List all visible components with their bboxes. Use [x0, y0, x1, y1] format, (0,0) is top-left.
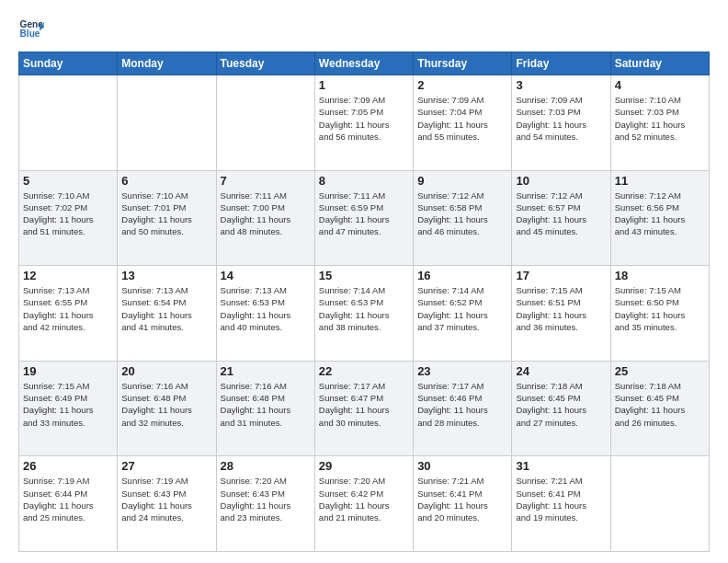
day-number: 18: [615, 269, 705, 282]
day-info: Sunrise: 7:13 AM Sunset: 6:55 PM Dayligh…: [23, 284, 113, 333]
day-number: 6: [121, 174, 211, 188]
day-number: 16: [417, 269, 507, 282]
day-info: Sunrise: 7:10 AM Sunset: 7:02 PM Dayligh…: [23, 190, 113, 238]
calendar-cell: 11Sunrise: 7:12 AM Sunset: 6:56 PM Dayli…: [610, 170, 709, 266]
weekday-header-saturday: Saturday: [610, 52, 709, 75]
day-number: 27: [121, 459, 211, 473]
day-number: 30: [417, 459, 507, 473]
day-number: 4: [615, 78, 705, 92]
calendar-cell: 1Sunrise: 7:09 AM Sunset: 7:05 PM Daylig…: [314, 75, 413, 171]
day-number: 23: [417, 364, 507, 378]
calendar-cell: 19Sunrise: 7:15 AM Sunset: 6:49 PM Dayli…: [19, 361, 118, 456]
calendar-cell: 20Sunrise: 7:16 AM Sunset: 6:48 PM Dayli…: [118, 361, 216, 456]
calendar-cell: 10Sunrise: 7:12 AM Sunset: 6:57 PM Dayli…: [512, 170, 610, 266]
day-number: 10: [516, 174, 606, 188]
calendar-cell: 5Sunrise: 7:10 AM Sunset: 7:02 PM Daylig…: [19, 170, 118, 266]
day-info: Sunrise: 7:12 AM Sunset: 6:56 PM Dayligh…: [615, 190, 705, 238]
logo: General Blue: [18, 17, 44, 42]
day-info: Sunrise: 7:14 AM Sunset: 6:52 PM Dayligh…: [417, 284, 507, 333]
day-number: 22: [319, 364, 409, 378]
calendar-cell: 28Sunrise: 7:20 AM Sunset: 6:43 PM Dayli…: [216, 456, 314, 552]
day-info: Sunrise: 7:10 AM Sunset: 7:01 PM Dayligh…: [121, 190, 211, 238]
day-info: Sunrise: 7:15 AM Sunset: 6:51 PM Dayligh…: [516, 284, 606, 333]
calendar-cell: 9Sunrise: 7:12 AM Sunset: 6:58 PM Daylig…: [414, 170, 512, 266]
day-number: 29: [319, 459, 409, 473]
calendar-table: SundayMondayTuesdayWednesdayThursdayFrid…: [18, 52, 710, 552]
day-number: 7: [221, 174, 311, 188]
day-info: Sunrise: 7:11 AM Sunset: 6:59 PM Dayligh…: [319, 190, 409, 238]
svg-text:Blue: Blue: [20, 29, 40, 39]
day-info: Sunrise: 7:10 AM Sunset: 7:03 PM Dayligh…: [615, 94, 705, 143]
day-info: Sunrise: 7:17 AM Sunset: 6:47 PM Dayligh…: [319, 380, 409, 429]
day-info: Sunrise: 7:09 AM Sunset: 7:04 PM Dayligh…: [417, 94, 507, 143]
day-number: 17: [516, 269, 606, 282]
day-info: Sunrise: 7:20 AM Sunset: 6:42 PM Dayligh…: [319, 475, 409, 523]
calendar-cell: 3Sunrise: 7:09 AM Sunset: 7:03 PM Daylig…: [512, 75, 610, 171]
calendar-cell: 31Sunrise: 7:21 AM Sunset: 6:41 PM Dayli…: [512, 456, 610, 552]
day-info: Sunrise: 7:09 AM Sunset: 7:05 PM Dayligh…: [319, 94, 409, 143]
calendar-cell: 21Sunrise: 7:16 AM Sunset: 6:48 PM Dayli…: [216, 361, 314, 456]
day-number: 12: [23, 269, 113, 282]
calendar-cell: 27Sunrise: 7:19 AM Sunset: 6:43 PM Dayli…: [118, 456, 216, 552]
calendar-cell: 14Sunrise: 7:13 AM Sunset: 6:53 PM Dayli…: [216, 266, 314, 362]
day-number: 31: [516, 459, 606, 473]
day-number: 11: [615, 174, 705, 188]
day-info: Sunrise: 7:13 AM Sunset: 6:54 PM Dayligh…: [121, 284, 211, 333]
day-info: Sunrise: 7:20 AM Sunset: 6:43 PM Dayligh…: [221, 475, 311, 523]
calendar-cell: 16Sunrise: 7:14 AM Sunset: 6:52 PM Dayli…: [414, 266, 512, 362]
weekday-header-sunday: Sunday: [19, 52, 118, 75]
day-number: 2: [417, 78, 507, 92]
calendar-cell: 23Sunrise: 7:17 AM Sunset: 6:46 PM Dayli…: [414, 361, 512, 456]
page-header: General Blue: [18, 17, 710, 42]
calendar-cell: 24Sunrise: 7:18 AM Sunset: 6:45 PM Dayli…: [512, 361, 610, 456]
day-info: Sunrise: 7:12 AM Sunset: 6:58 PM Dayligh…: [417, 190, 507, 238]
day-info: Sunrise: 7:16 AM Sunset: 6:48 PM Dayligh…: [221, 380, 311, 429]
day-info: Sunrise: 7:12 AM Sunset: 6:57 PM Dayligh…: [516, 190, 606, 238]
day-info: Sunrise: 7:19 AM Sunset: 6:44 PM Dayligh…: [23, 475, 113, 523]
calendar-cell: 8Sunrise: 7:11 AM Sunset: 6:59 PM Daylig…: [314, 170, 413, 266]
day-number: 24: [516, 364, 606, 378]
day-info: Sunrise: 7:21 AM Sunset: 6:41 PM Dayligh…: [516, 475, 606, 523]
calendar-week-row: 12Sunrise: 7:13 AM Sunset: 6:55 PM Dayli…: [19, 266, 710, 362]
day-number: 25: [615, 364, 705, 378]
day-info: Sunrise: 7:16 AM Sunset: 6:48 PM Dayligh…: [121, 380, 211, 429]
calendar-cell: 30Sunrise: 7:21 AM Sunset: 6:41 PM Dayli…: [414, 456, 512, 552]
day-number: 3: [516, 78, 606, 92]
calendar-cell: 15Sunrise: 7:14 AM Sunset: 6:53 PM Dayli…: [314, 266, 413, 362]
calendar-cell: [118, 75, 216, 171]
calendar-week-row: 26Sunrise: 7:19 AM Sunset: 6:44 PM Dayli…: [19, 456, 710, 552]
day-number: 20: [121, 364, 211, 378]
calendar-cell: [216, 75, 314, 171]
calendar-cell: 22Sunrise: 7:17 AM Sunset: 6:47 PM Dayli…: [314, 361, 413, 456]
calendar-cell: 7Sunrise: 7:11 AM Sunset: 7:00 PM Daylig…: [216, 170, 314, 266]
weekday-header-tuesday: Tuesday: [216, 52, 314, 75]
day-number: 8: [319, 174, 409, 188]
day-info: Sunrise: 7:18 AM Sunset: 6:45 PM Dayligh…: [615, 380, 705, 429]
day-info: Sunrise: 7:14 AM Sunset: 6:53 PM Dayligh…: [319, 284, 409, 333]
day-number: 26: [23, 459, 113, 473]
calendar-cell: 18Sunrise: 7:15 AM Sunset: 6:50 PM Dayli…: [610, 266, 709, 362]
day-info: Sunrise: 7:15 AM Sunset: 6:50 PM Dayligh…: [615, 284, 705, 333]
calendar-cell: 6Sunrise: 7:10 AM Sunset: 7:01 PM Daylig…: [118, 170, 216, 266]
day-number: 21: [221, 364, 311, 378]
logo-icon: General Blue: [18, 17, 44, 42]
calendar-cell: 25Sunrise: 7:18 AM Sunset: 6:45 PM Dayli…: [610, 361, 709, 456]
weekday-header-monday: Monday: [118, 52, 216, 75]
day-info: Sunrise: 7:17 AM Sunset: 6:46 PM Dayligh…: [417, 380, 507, 429]
day-number: 1: [319, 78, 409, 92]
day-info: Sunrise: 7:19 AM Sunset: 6:43 PM Dayligh…: [121, 475, 211, 523]
weekday-header-row: SundayMondayTuesdayWednesdayThursdayFrid…: [19, 52, 710, 75]
calendar-cell: [19, 75, 118, 171]
day-number: 14: [221, 269, 311, 282]
day-info: Sunrise: 7:15 AM Sunset: 6:49 PM Dayligh…: [23, 380, 113, 429]
day-info: Sunrise: 7:21 AM Sunset: 6:41 PM Dayligh…: [417, 475, 507, 523]
calendar-cell: 2Sunrise: 7:09 AM Sunset: 7:04 PM Daylig…: [414, 75, 512, 171]
calendar-cell: [610, 456, 709, 552]
calendar-cell: 4Sunrise: 7:10 AM Sunset: 7:03 PM Daylig…: [610, 75, 709, 171]
calendar-cell: 17Sunrise: 7:15 AM Sunset: 6:51 PM Dayli…: [512, 266, 610, 362]
calendar-cell: 13Sunrise: 7:13 AM Sunset: 6:54 PM Dayli…: [118, 266, 216, 362]
calendar-cell: 29Sunrise: 7:20 AM Sunset: 6:42 PM Dayli…: [314, 456, 413, 552]
calendar-cell: 12Sunrise: 7:13 AM Sunset: 6:55 PM Dayli…: [19, 266, 118, 362]
day-number: 15: [319, 269, 409, 282]
day-number: 5: [23, 174, 113, 188]
